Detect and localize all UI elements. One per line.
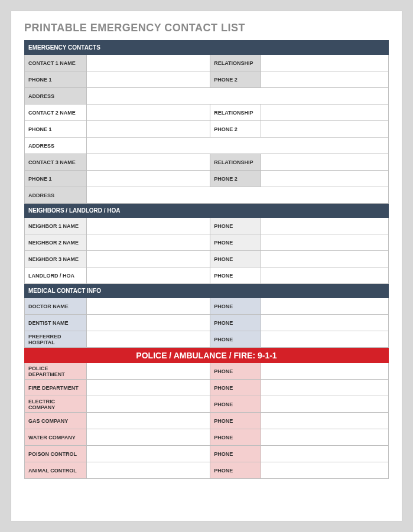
landlord-name-label: LANDLORD / HOA xyxy=(25,267,87,284)
table-row: PREFERRED HOSPITAL PHONE xyxy=(25,331,389,348)
water-name-value xyxy=(86,429,210,446)
hospital-phone-label: PHONE xyxy=(210,331,261,348)
table-row: ADDRESS xyxy=(25,138,389,154)
landlord-phone-value xyxy=(261,267,389,284)
table-row: PHONE 1 PHONE 2 xyxy=(25,121,389,138)
table-row: NEIGHBOR 2 NAME PHONE xyxy=(25,234,389,251)
neighbor3-phone-value xyxy=(261,251,389,267)
dentist-phone-value xyxy=(261,315,389,331)
contact3-address-value xyxy=(86,187,388,204)
contact2-relationship-value xyxy=(261,105,389,121)
table-row: ANIMAL CONTROL PHONE xyxy=(25,462,389,479)
contact2-phone2-label: PHONE 2 xyxy=(210,121,261,138)
animal-name-label: ANIMAL CONTROL xyxy=(25,462,87,479)
neighbor3-name-label: NEIGHBOR 3 NAME xyxy=(25,251,87,267)
contact1-phone2-label: PHONE 2 xyxy=(210,71,261,88)
contact1-phone1-label: PHONE 1 xyxy=(25,71,87,88)
section-header-neighbors: NEIGHBORS / LANDLORD / HOA xyxy=(25,204,389,218)
animal-name-value xyxy=(86,462,210,479)
contact2-name-label: CONTACT 2 NAME xyxy=(25,105,87,121)
poison-phone-value xyxy=(261,446,389,462)
contact2-relationship-label: RELATIONSHIP xyxy=(210,105,261,121)
neighbor2-phone-value xyxy=(261,234,389,251)
gas-phone-value xyxy=(261,413,389,429)
contact3-phone1-value xyxy=(86,171,210,187)
police-phone-value xyxy=(261,363,389,380)
poison-name-value xyxy=(86,446,210,462)
hospital-name-label: PREFERRED HOSPITAL xyxy=(25,331,87,348)
contact1-address-label: ADDRESS xyxy=(25,88,87,105)
dentist-name-value xyxy=(86,315,210,331)
police-name-label: POLICE DEPARTMENT xyxy=(25,363,87,380)
police-name-value xyxy=(86,363,210,380)
doctor-phone-label: PHONE xyxy=(210,298,261,315)
table-row: POISON CONTROL PHONE xyxy=(25,446,389,462)
water-phone-label: PHONE xyxy=(210,429,261,446)
contact2-name-value xyxy=(86,105,210,121)
contact2-phone2-value xyxy=(261,121,389,138)
table-row: NEIGHBOR 3 NAME PHONE xyxy=(25,251,389,267)
neighbor1-name-value xyxy=(86,218,210,234)
hospital-phone-value xyxy=(261,331,389,348)
animal-phone-label: PHONE xyxy=(210,462,261,479)
doctor-name-label: DOCTOR NAME xyxy=(25,298,87,315)
electric-phone-value xyxy=(261,396,389,413)
contact3-relationship-value xyxy=(261,154,389,171)
contact1-name-value xyxy=(86,55,210,71)
contact1-relationship-label: RELATIONSHIP xyxy=(210,55,261,71)
contact2-phone1-value xyxy=(86,121,210,138)
fire-phone-label: PHONE xyxy=(210,380,261,396)
neighbor1-name-label: NEIGHBOR 1 NAME xyxy=(25,218,87,234)
sheet: PRINTABLE EMERGENCY CONTACT LIST EMERGEN… xyxy=(11,11,402,521)
table-row: DOCTOR NAME PHONE xyxy=(25,298,389,315)
table-row: GAS COMPANY PHONE xyxy=(25,413,389,429)
contact3-relationship-label: RELATIONSHIP xyxy=(210,154,261,171)
contact1-relationship-value xyxy=(261,55,389,71)
contact1-phone1-value xyxy=(86,71,210,88)
contact-form-table: EMERGENCY CONTACTS CONTACT 1 NAME RELATI… xyxy=(24,40,389,479)
neighbor2-phone-label: PHONE xyxy=(210,234,261,251)
table-row: ELECTRIC COMPANY PHONE xyxy=(25,396,389,413)
animal-phone-value xyxy=(261,462,389,479)
neighbor3-name-value xyxy=(86,251,210,267)
contact3-address-label: ADDRESS xyxy=(25,187,87,204)
section-header-label: NEIGHBORS / LANDLORD / HOA xyxy=(25,204,389,218)
electric-name-label: ELECTRIC COMPANY xyxy=(25,396,87,413)
section-header-emergency: EMERGENCY CONTACTS xyxy=(25,41,389,55)
contact1-name-label: CONTACT 1 NAME xyxy=(25,55,87,71)
fire-phone-value xyxy=(261,380,389,396)
electric-name-value xyxy=(86,396,210,413)
table-row: DENTIST NAME PHONE xyxy=(25,315,389,331)
poison-name-label: POISON CONTROL xyxy=(25,446,87,462)
water-phone-value xyxy=(261,429,389,446)
dentist-phone-label: PHONE xyxy=(210,315,261,331)
table-row: PHONE 1 PHONE 2 xyxy=(25,71,389,88)
doctor-name-value xyxy=(86,298,210,315)
landlord-phone-label: PHONE xyxy=(210,267,261,284)
dentist-name-label: DENTIST NAME xyxy=(25,315,87,331)
neighbor1-phone-value xyxy=(261,218,389,234)
water-name-label: WATER COMPANY xyxy=(25,429,87,446)
contact3-phone1-label: PHONE 1 xyxy=(25,171,87,187)
contact3-phone2-label: PHONE 2 xyxy=(210,171,261,187)
gas-phone-label: PHONE xyxy=(210,413,261,429)
table-row: ADDRESS xyxy=(25,88,389,105)
contact2-address-label: ADDRESS xyxy=(25,138,87,154)
section-header-label: POLICE / AMBULANCE / FIRE: 9-1-1 xyxy=(25,348,389,363)
contact3-name-value xyxy=(86,154,210,171)
fire-name-value xyxy=(86,380,210,396)
electric-phone-label: PHONE xyxy=(210,396,261,413)
doctor-phone-value xyxy=(261,298,389,315)
poison-phone-label: PHONE xyxy=(210,446,261,462)
contact2-phone1-label: PHONE 1 xyxy=(25,121,87,138)
fire-name-label: FIRE DEPARTMENT xyxy=(25,380,87,396)
table-row: NEIGHBOR 1 NAME PHONE xyxy=(25,218,389,234)
gas-name-value xyxy=(86,413,210,429)
section-header-label: MEDICAL CONTACT INFO xyxy=(25,284,389,298)
table-row: WATER COMPANY PHONE xyxy=(25,429,389,446)
contact1-phone2-value xyxy=(261,71,389,88)
table-row: POLICE DEPARTMENT PHONE xyxy=(25,363,389,380)
table-row: LANDLORD / HOA PHONE xyxy=(25,267,389,284)
table-row: CONTACT 2 NAME RELATIONSHIP xyxy=(25,105,389,121)
section-header-label: EMERGENCY CONTACTS xyxy=(25,41,389,55)
